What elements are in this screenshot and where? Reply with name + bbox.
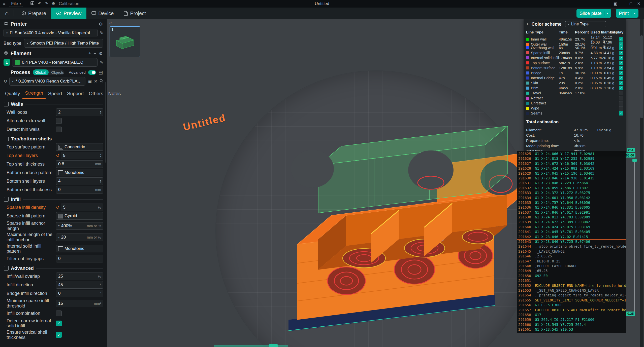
copy-preset-icon[interactable]: ▣ [87,79,92,84]
param-input[interactable]: 0mm [56,186,103,194]
window-scrollbar[interactable] [640,19,643,347]
gcode-line[interactable]: 291633G1 X-24.372 Y1.272 E.03275 [517,190,626,195]
param-select[interactable]: ▾20mm or % [56,234,103,241]
gcode-line[interactable]: 291645;_LAYER_CHANGE [517,249,626,254]
gcode-line[interactable]: 291630G1 X-23.846 Y-14.938 E.01415 [517,176,626,181]
process-preset-select[interactable]: ▾ * 0.20mm V400 Renan CarbPLA(alexTE... [9,77,85,86]
remove-filament-icon[interactable]: − [93,51,96,56]
scrollbar-thumb[interactable] [640,35,643,118]
chevron-down-icon[interactable]: ▾ [634,12,635,15]
gcode-line[interactable]: 291640G1 X-24.424 Y6.075 E.03169 [517,225,626,229]
gcode-line[interactable]: 291650G92 E0 [517,274,626,278]
home-icon[interactable]: ⌂ [0,10,14,17]
gcode-line[interactable]: 291638G1 X-24.813 Y4.703 E.02989 [517,215,626,220]
gcode-line[interactable]: 291627G1 X-24.672 Y-16.569 E.03042 [517,161,626,166]
param-select[interactable]: Concentric [56,143,103,151]
advanced-toggle[interactable] [88,70,96,75]
filament-preset-select[interactable]: 0.4 PLA V400 - RenanAz(ALEX) [12,58,98,67]
filament-settings-icon[interactable]: ⚙ [99,51,103,56]
gcode-line[interactable]: 291655SET_VELOCITY_LIMIT SQUARE_CORNER_V… [517,298,626,303]
display-checkbox[interactable]: ✓ [619,51,623,55]
print-button[interactable]: Print ▾ [616,9,638,18]
close-icon[interactable]: ✕ [637,0,640,8]
gcode-line[interactable]: 291628G1 X-24.424 Y-15.882 E.03169 [517,166,626,171]
param-table-icon[interactable]: ▤ [99,70,103,75]
plate-thumbnail[interactable]: 1 [110,26,140,57]
printer-preset-select[interactable]: ▾ FLSun V400 0.4 nozzle - Vanilla Klippe… [4,29,98,37]
view-mode-select[interactable]: ▾ Line Type [565,21,606,27]
gcode-line[interactable]: 291648;BEFORE_LAYER_CHANGE [517,264,626,268]
display-checkbox[interactable]: ✓ [619,86,623,90]
param-input[interactable]: 15mm² [56,300,103,307]
display-checkbox[interactable]: ✓ [619,46,623,50]
param-input[interactable]: 4▴▾ [56,177,103,185]
gcode-line[interactable]: 291659G3 Z65.4 I0 J1.217 P1 F21000 [517,317,626,322]
maximize-icon[interactable]: □ [630,0,632,8]
filament-index-badge[interactable]: 1 [4,59,10,66]
tab-prepare[interactable]: Prepare [16,8,51,19]
minimize-icon[interactable]: – [622,0,625,8]
layer-slider-track[interactable] [634,161,635,312]
gcode-line[interactable]: 291632G1 X-24.059 Y.586 E.01807 [517,186,626,190]
gcode-line[interactable]: 291660G1 X-23.545 Y8.725 Z65.4 [517,322,626,327]
param-input[interactable]: 0.8mm [56,160,103,168]
process-scope-switch[interactable]: Global Objects [33,69,64,75]
param-input[interactable]: 2▴▾ [56,108,103,116]
display-checkbox[interactable]: ✓ [619,111,623,115]
tab-quality[interactable]: Quality [3,89,22,98]
gcode-line[interactable]: 291625G1 X-24.866 Y-17.941 E.02981 [517,151,626,156]
tab-notes[interactable]: Notes [106,89,123,98]
display-checkbox[interactable]: ✓ [619,37,623,42]
sync-preset-icon[interactable]: ↻ [4,79,7,84]
param-input[interactable]: 45° [56,281,103,289]
display-checkbox[interactable]: ✓ [619,66,623,70]
gcode-line[interactable]: 291654; printing object fire_tv_remote_h… [517,293,626,298]
move-slider-handle[interactable] [269,344,278,347]
gcode-line[interactable]: 291634G1 X-24.601 Y1.958 E.03142 [517,196,626,200]
gcode-line[interactable]: 291652EXCLUDE_OBJECT_END NAME=fire_tv_re… [517,283,626,288]
tab-speed[interactable]: Speed [46,89,65,98]
tab-others[interactable]: Others [86,89,106,98]
gcode-line[interactable]: 291646;Z:65.25 [517,254,626,259]
gcode-line[interactable]: 291642G1 X-23.846 Y7.02 E.01415 [517,235,626,239]
slice-plate-button[interactable]: Slice plate ▾ [576,9,611,18]
gcode-viewer[interactable]: 291625G1 X-24.866 Y-17.941 E.02981291626… [517,151,626,333]
gcode-line[interactable]: 291661G1 X-23.545 Y10.53 [517,327,626,332]
printer-settings-icon[interactable]: ⚙ [99,21,103,27]
gcode-line[interactable]: 291641G1 X-24.045 Y6.761 E.03405 [517,229,626,234]
layer-slider-handle[interactable] [632,159,637,162]
param-select[interactable]: Gyroid [56,212,103,220]
param-input[interactable]: 5% [61,204,103,211]
param-checkbox[interactable] [56,127,62,132]
tab-device[interactable]: Device [86,8,119,19]
spinner-icons[interactable]: ▴▾ [100,179,101,183]
param-select[interactable]: ▾400%mm or % [56,222,103,230]
gcode-line[interactable]: 291636G1 X-24.846 Y3.331 E.03005 [517,205,626,210]
display-checkbox[interactable]: ✓ [619,56,623,60]
search-icon[interactable] [100,79,103,84]
gcode-line[interactable]: 291626G1 X-24.813 Y-17.255 E.02989 [517,156,626,161]
param-checkbox[interactable] [56,311,62,316]
tab-preview[interactable]: Preview [51,8,86,19]
display-checkbox[interactable]: ✓ [619,61,623,65]
param-checkbox[interactable] [56,118,62,124]
gcode-line[interactable]: 291651 [517,278,626,283]
param-input[interactable]: 0 [56,255,103,262]
param-input[interactable]: 0° [56,290,103,297]
display-checkbox[interactable] [619,96,623,100]
display-checkbox[interactable] [619,91,623,95]
param-checkbox[interactable]: ✓ [56,321,62,326]
revert-icon[interactable]: ↺ [56,205,59,210]
sidebar-scrollbar[interactable] [105,82,106,163]
param-select[interactable]: Monotonic [56,245,103,252]
revert-icon[interactable]: ↺ [56,153,59,158]
gcode-line[interactable]: 291631G1 X-23.846 Y.229 E.65864 [517,181,626,185]
gcode-line[interactable]: 291644; stop printing object fire_tv_rem… [517,244,626,249]
gcode-line[interactable]: 291643G1 X-23.846 Y8.725 E.07406 [517,239,626,244]
gcode-line[interactable]: 291635G1 X-24.757 Y2.644 E.03056 [517,200,626,205]
param-checkbox[interactable]: ✓ [56,332,62,338]
bed-type-select[interactable]: ▾ Smooth PEI Plate / High Temp Plate [24,39,103,48]
collapse-panel-icon[interactable]: « [525,23,530,25]
display-checkbox[interactable] [619,101,623,105]
spinner-icons[interactable]: ▴▾ [100,154,101,157]
